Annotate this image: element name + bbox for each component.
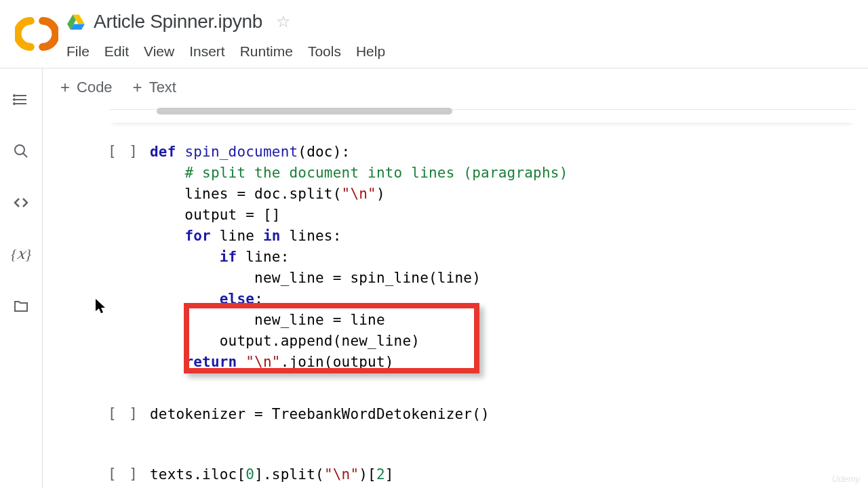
plus-icon: +: [60, 78, 70, 97]
toc-icon[interactable]: [13, 92, 29, 108]
files-icon[interactable]: [13, 298, 29, 314]
menu-insert[interactable]: Insert: [189, 43, 225, 60]
svg-point-3: [14, 95, 15, 96]
cell-gutter[interactable]: [ ]: [108, 142, 150, 373]
code-editor[interactable]: detokenizer = TreebankWordDetokenizer(): [150, 404, 490, 425]
title-row: Article Spinner.ipynb ☆: [66, 11, 868, 33]
search-icon[interactable]: [13, 143, 29, 159]
svg-line-7: [23, 153, 27, 157]
menu-bar: File Edit View Insert Runtime Tools Help: [66, 43, 868, 60]
variables-icon[interactable]: {𝑥}: [13, 246, 29, 262]
menu-file[interactable]: File: [66, 43, 90, 60]
code-cell[interactable]: [ ] def spin_document(doc): # split the …: [108, 142, 868, 373]
snippets-icon[interactable]: [13, 195, 29, 211]
cell-toolbar: +Code +Text: [43, 68, 868, 109]
drive-icon: [66, 12, 85, 31]
code-editor[interactable]: texts.iloc[0].split("\n")[2]: [150, 464, 394, 485]
code-cell[interactable]: [ ] texts.iloc[0].split("\n")[2]: [108, 464, 868, 485]
header-main: Article Spinner.ipynb ☆ File Edit View I…: [66, 7, 868, 60]
watermark: Udemy: [832, 474, 860, 484]
svg-point-4: [14, 99, 15, 100]
plus-icon: +: [133, 78, 142, 97]
add-code-button[interactable]: +Code: [60, 78, 113, 97]
colab-logo: [15, 12, 58, 56]
menu-help[interactable]: Help: [356, 43, 385, 60]
star-icon[interactable]: ☆: [276, 12, 291, 31]
svg-point-6: [15, 145, 24, 155]
menu-tools[interactable]: Tools: [308, 43, 341, 60]
menu-edit[interactable]: Edit: [104, 43, 129, 60]
svg-point-5: [14, 103, 15, 104]
cell-gutter[interactable]: [ ]: [108, 464, 150, 485]
code-editor[interactable]: def spin_document(doc): # split the docu…: [150, 142, 568, 373]
cell-list: [ ] def spin_document(doc): # split the …: [43, 109, 868, 485]
cell-gutter[interactable]: [ ]: [108, 404, 150, 425]
header: Article Spinner.ipynb ☆ File Edit View I…: [0, 0, 868, 68]
document-title[interactable]: Article Spinner.ipynb: [94, 11, 262, 33]
code-cell[interactable]: [ ] detokenizer = TreebankWordDetokenize…: [108, 404, 868, 425]
add-text-button[interactable]: +Text: [133, 78, 176, 97]
scrollbar-horizontal[interactable]: [109, 109, 855, 116]
body: {𝑥} +Code +Text [ ] def spin_document(do…: [0, 68, 868, 488]
left-sidebar: {𝑥}: [0, 68, 43, 488]
main-area: +Code +Text [ ] def spin_document(doc): …: [43, 68, 868, 488]
menu-runtime[interactable]: Runtime: [240, 43, 293, 60]
menu-view[interactable]: View: [144, 43, 174, 60]
